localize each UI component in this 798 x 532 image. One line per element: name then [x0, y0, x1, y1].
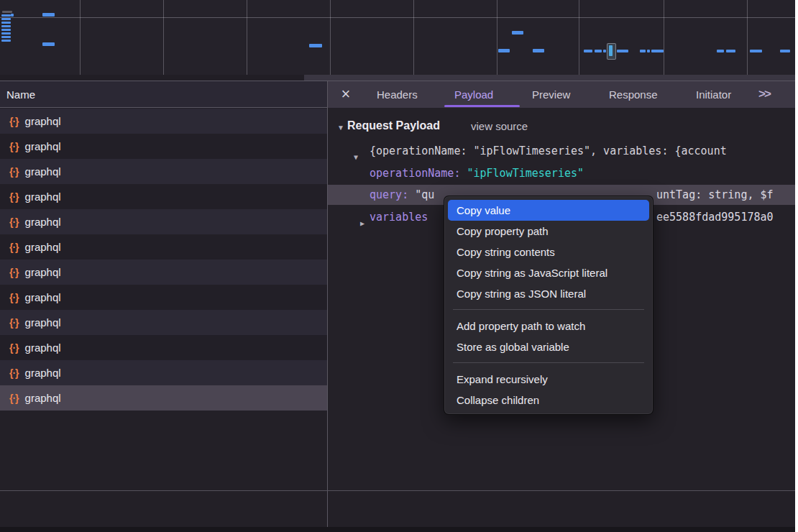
request-name-label: graphql: [25, 392, 61, 404]
request-row-graphql[interactable]: {·}graphql: [0, 159, 327, 184]
json-braces-icon: {·}: [9, 116, 19, 127]
menu-item-copy-string-as-javascript-literal[interactable]: Copy string as JavaScript literal: [448, 262, 649, 283]
network-overview-waterfall[interactable]: [0, 0, 795, 75]
request-row-graphql[interactable]: {·}graphql: [0, 360, 327, 385]
request-bar: [595, 50, 602, 52]
overview-gridline: [579, 0, 579, 75]
request-payload-section[interactable]: ▼ Request Payload view source: [328, 119, 795, 137]
menu-item-store-as-global-variable[interactable]: Store as global variable: [448, 336, 649, 357]
request-bar: [1, 40, 11, 42]
payload-text-right-of-menu: ee5588fdad995178a0: [656, 207, 774, 227]
json-braces-icon: {·}: [9, 216, 19, 228]
request-name-label: graphql: [25, 216, 61, 228]
overview-gridline: [664, 0, 664, 75]
json-braces-icon: {·}: [9, 292, 19, 303]
json-braces-icon: {·}: [9, 367, 19, 379]
json-braces-icon: {·}: [9, 342, 19, 354]
view-source-link[interactable]: view source: [471, 120, 528, 132]
request-row-graphql[interactable]: {·}graphql: [0, 385, 327, 411]
devtools-network-window: Name {·}graphql{·}graphql{·}graphql{·}gr…: [0, 0, 795, 532]
request-bar: [512, 31, 523, 35]
request-name-label: graphql: [25, 316, 61, 329]
request-row-graphql[interactable]: {·}graphql: [0, 285, 327, 310]
detail-tabbar: × HeadersPayloadPreviewResponseInitiator…: [328, 81, 795, 108]
tab-response[interactable]: Response: [609, 81, 658, 108]
request-bar: [780, 50, 790, 52]
tab-initiator[interactable]: Initiator: [696, 81, 731, 108]
overview-scrubber-selection[interactable]: [304, 75, 795, 81]
menu-separator: [453, 362, 644, 363]
request-bar: [309, 44, 322, 47]
request-row-graphql[interactable]: {·}graphql: [0, 234, 327, 260]
menu-item-add-property-path-to-watch[interactable]: Add property path to watch: [448, 316, 649, 336]
name-column-label: Name: [0, 88, 35, 101]
tab-payload[interactable]: Payload: [454, 81, 493, 108]
json-braces-icon: {·}: [9, 317, 19, 329]
json-braces-icon: {·}: [9, 166, 19, 178]
menu-item-collapse-children[interactable]: Collapse children: [448, 390, 649, 411]
payload-property-row-operationName[interactable]: operationName: "ipFlowTimeseries": [328, 163, 795, 183]
request-bar: [651, 50, 664, 52]
payload-row-text: {operationName: "ipFlowTimeseries", vari…: [370, 141, 727, 161]
payload-text-right-of-menu: untTag: string, $f: [656, 185, 774, 205]
menu-item-copy-string-as-json-literal[interactable]: Copy string as JSON literal: [448, 283, 649, 304]
json-braces-icon: {·}: [9, 191, 19, 203]
menu-item-expand-recursively[interactable]: Expand recursively: [448, 369, 649, 390]
selected-tab-underline: [444, 105, 520, 107]
request-row-graphql[interactable]: {·}graphql: [0, 109, 327, 134]
request-bar: [1, 22, 11, 24]
overview-gridline: [163, 0, 164, 75]
request-bar: [42, 42, 55, 46]
payload-row-text: operationName: "ipFlowTimeseries": [370, 163, 584, 183]
request-row-graphql[interactable]: {·}graphql: [0, 335, 327, 360]
overview-gridline: [330, 0, 331, 75]
request-bar: [1, 36, 11, 38]
overview-scrubber-left[interactable]: [0, 75, 304, 81]
request-bar: [640, 50, 646, 52]
request-row-graphql[interactable]: {·}graphql: [0, 260, 327, 285]
tab-preview[interactable]: Preview: [532, 81, 570, 108]
menu-item-copy-value[interactable]: Copy value: [448, 200, 649, 221]
json-braces-icon: {·}: [9, 141, 19, 152]
json-braces-icon: {·}: [9, 242, 19, 253]
request-row-graphql[interactable]: {·}graphql: [0, 184, 327, 209]
request-bar: [1, 25, 11, 27]
request-list: {·}graphql{·}graphql{·}graphql{·}graphql…: [0, 109, 327, 411]
menu-item-copy-property-path[interactable]: Copy property path: [448, 221, 649, 242]
overview-gridline: [497, 0, 497, 75]
request-bar: [609, 45, 613, 56]
request-bar: [1, 14, 11, 17]
window-bottom-edge: [0, 527, 795, 532]
request-bar: [647, 50, 650, 52]
property-name: variables: [370, 211, 428, 224]
request-bar: [603, 50, 606, 52]
request-bar: [11, 14, 14, 17]
section-collapse-triangle-icon[interactable]: ▼: [337, 124, 344, 132]
overview-gridline: [413, 0, 414, 75]
context-menu: Copy valueCopy property pathCopy string …: [444, 196, 653, 415]
name-column-header[interactable]: Name: [0, 81, 327, 108]
payload-row-text: variables: [370, 207, 428, 227]
request-name-label: graphql: [25, 266, 61, 278]
request-row-graphql[interactable]: {·}graphql: [0, 209, 327, 234]
request-bar: [717, 50, 724, 52]
overview-gridline: [80, 0, 81, 75]
overview-gridline: [247, 0, 247, 75]
menu-item-copy-string-contents[interactable]: Copy string contents: [448, 242, 649, 262]
payload-object-preview-row[interactable]: ▼{operationName: "ipFlowTimeseries", var…: [328, 141, 795, 161]
json-braces-icon: {·}: [9, 393, 19, 404]
request-name-label: graphql: [25, 291, 61, 303]
tab-headers[interactable]: Headers: [377, 81, 418, 108]
divider-above-statusbar: [0, 490, 795, 491]
property-name: operationName:: [370, 167, 460, 180]
request-name-label: graphql: [25, 341, 61, 354]
close-icon[interactable]: ×: [336, 81, 355, 108]
request-row-graphql[interactable]: {·}graphql: [0, 134, 327, 159]
property-name: query:: [370, 188, 408, 201]
request-bar: [584, 50, 592, 52]
menu-separator: [453, 309, 644, 310]
overflow-tabs-icon[interactable]: >>: [758, 81, 770, 108]
request-bar: [726, 50, 735, 52]
collapsed-triangle-icon[interactable]: ▶: [360, 214, 364, 234]
request-row-graphql[interactable]: {·}graphql: [0, 310, 327, 335]
